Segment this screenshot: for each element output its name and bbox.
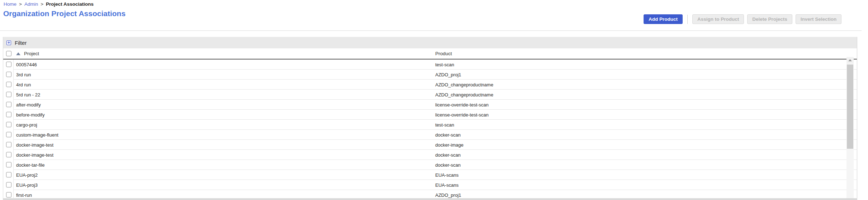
product-cell: AZDO_proj1	[435, 192, 461, 198]
horizontal-scrollbar[interactable]	[3, 198, 857, 200]
title-divider	[0, 30, 862, 31]
breadcrumb-separator: >	[41, 1, 43, 7]
column-header-product[interactable]: Product	[435, 51, 452, 56]
filter-label: Filter	[15, 40, 27, 46]
row-checkbox-cell	[3, 150, 14, 160]
table-row[interactable]: before-modify license-override-test-scan	[3, 110, 857, 120]
row-checkbox-cell	[3, 120, 14, 130]
table-row[interactable]: 4rd run AZDO_changeproductname	[3, 80, 857, 90]
row-checkbox-cell	[3, 70, 14, 80]
row-checkbox[interactable]	[6, 172, 11, 177]
project-cell: docker-image-test	[16, 142, 53, 148]
toolbar: Add Product Assign to Product Delete Pro…	[644, 14, 854, 24]
product-cell: EUA-scans	[435, 182, 459, 188]
project-cell: EUA-proj3	[16, 182, 38, 188]
table-row[interactable]: docker-image-test docker-image	[3, 140, 857, 150]
assign-to-product-button[interactable]: Assign to Product	[692, 14, 744, 24]
project-cell: docker-tar-file	[16, 162, 44, 168]
row-checkbox[interactable]	[6, 92, 11, 97]
expand-plus-icon[interactable]	[6, 41, 11, 45]
project-cell: cargo-proj	[16, 122, 37, 128]
sort-ascending-icon[interactable]	[16, 52, 20, 55]
product-cell: AZDO_changeproductname	[435, 92, 493, 97]
project-cell: before-modify	[16, 112, 44, 118]
product-cell: AZDO_proj1	[435, 72, 461, 77]
project-associations-panel: Filter Project Product 00057446 test-sca…	[3, 37, 857, 200]
row-checkbox[interactable]	[6, 132, 11, 137]
project-cell: 3rd run	[16, 72, 31, 77]
project-cell: first-run	[16, 192, 32, 198]
table-header-row: Project Product	[3, 48, 857, 59]
table-row[interactable]: after-modify license-override-test-scan	[3, 100, 857, 110]
project-cell: after-modify	[16, 102, 41, 108]
row-checkbox-cell	[3, 160, 14, 170]
breadcrumb-link-admin[interactable]: Admin	[24, 1, 38, 7]
project-cell: 5rd run - 22	[16, 92, 40, 97]
row-checkbox[interactable]	[6, 192, 11, 197]
vertical-scrollbar[interactable]	[846, 57, 854, 200]
toolbar-divider	[687, 15, 688, 24]
breadcrumb-link-home[interactable]: Home	[4, 1, 16, 7]
product-cell: license-override-test-scan	[435, 112, 489, 118]
add-product-button[interactable]: Add Product	[644, 14, 683, 24]
scroll-up-arrow-icon[interactable]	[846, 57, 854, 63]
page-title: Organization Project Associations	[3, 9, 125, 18]
project-cell: 4rd run	[16, 82, 31, 87]
row-checkbox[interactable]	[6, 62, 11, 67]
row-checkbox[interactable]	[6, 102, 11, 107]
product-cell: docker-scan	[435, 132, 461, 138]
row-checkbox-cell	[3, 170, 14, 180]
row-checkbox[interactable]	[6, 142, 11, 147]
product-cell: docker-scan	[435, 162, 461, 168]
product-cell: test-scan	[435, 62, 454, 67]
breadcrumb: Home>Admin>Project Associations	[4, 1, 94, 7]
row-checkbox[interactable]	[6, 182, 11, 187]
row-checkbox[interactable]	[6, 122, 11, 127]
table-row[interactable]: EUA-proj2 EUA-scans	[3, 170, 857, 180]
breadcrumb-separator: >	[19, 1, 22, 7]
row-checkbox-cell	[3, 100, 14, 110]
table-body: 00057446 test-scan 3rd run AZDO_proj1 4r…	[3, 59, 857, 200]
row-checkbox-cell	[3, 80, 14, 90]
table-row[interactable]: docker-image-test docker-scan	[3, 150, 857, 160]
row-checkbox[interactable]	[6, 82, 11, 87]
project-cell: EUA-proj2	[16, 172, 38, 178]
table-row[interactable]: 3rd run AZDO_proj1	[3, 70, 857, 80]
product-cell: license-override-test-scan	[435, 102, 489, 108]
table-row[interactable]: 5rd run - 22 AZDO_changeproductname	[3, 90, 857, 100]
row-checkbox-cell	[3, 140, 14, 150]
product-cell: docker-image	[435, 142, 464, 148]
product-cell: EUA-scans	[435, 172, 459, 178]
row-checkbox-cell	[3, 90, 14, 100]
select-all-checkbox[interactable]	[6, 51, 11, 56]
project-cell: custom-image-fluent	[16, 132, 58, 138]
row-checkbox-cell	[3, 110, 14, 120]
product-cell: docker-scan	[435, 152, 461, 158]
row-checkbox-cell	[3, 180, 14, 190]
table-row[interactable]: EUA-proj3 EUA-scans	[3, 180, 857, 190]
delete-projects-button[interactable]: Delete Projects	[747, 14, 792, 24]
invert-selection-button[interactable]: Invert Selection	[796, 14, 842, 24]
row-checkbox[interactable]	[6, 112, 11, 117]
filter-bar[interactable]: Filter	[3, 37, 857, 48]
table-row[interactable]: 00057446 test-scan	[3, 59, 857, 70]
column-header-project[interactable]: Project	[24, 51, 39, 56]
table-row[interactable]: custom-image-fluent docker-scan	[3, 130, 857, 140]
project-cell: 00057446	[16, 62, 37, 67]
row-checkbox[interactable]	[6, 152, 11, 157]
table-row[interactable]: docker-tar-file docker-scan	[3, 160, 857, 170]
row-checkbox[interactable]	[6, 72, 11, 77]
row-checkbox-cell	[3, 59, 14, 70]
breadcrumb-current-page: Project Associations	[46, 1, 94, 7]
vertical-scrollbar-thumb[interactable]	[847, 65, 853, 149]
row-checkbox-cell	[3, 130, 14, 140]
project-cell: docker-image-test	[16, 152, 53, 158]
table-row[interactable]: cargo-proj test-scan	[3, 120, 857, 130]
product-cell: AZDO_changeproductname	[435, 82, 493, 87]
product-cell: test-scan	[435, 122, 454, 128]
row-checkbox[interactable]	[6, 162, 11, 167]
